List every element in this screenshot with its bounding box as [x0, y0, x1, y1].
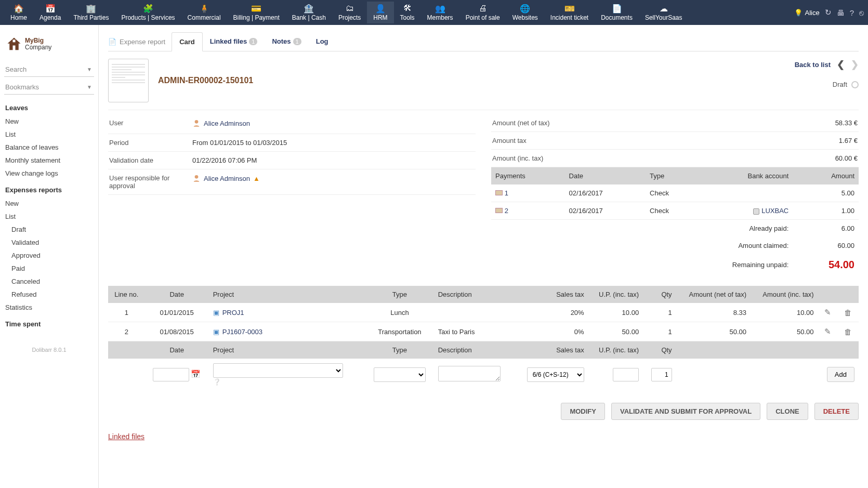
tab-linked-files[interactable]: Linked files1: [203, 32, 265, 51]
topnav-item-tools[interactable]: 🛠Tools: [394, 2, 421, 23]
tab-badge: 1: [293, 38, 301, 45]
new-tax-select[interactable]: 6/6 (C+S-12): [527, 367, 584, 382]
bookmarks-box[interactable]: Bookmarks ▼: [4, 80, 94, 95]
payment-icon: [495, 208, 503, 213]
current-user[interactable]: 💡 Alice: [794, 9, 819, 17]
nav-icon: 👥: [435, 4, 445, 13]
chevron-down-icon: ▼: [87, 84, 92, 90]
topnav-item-home[interactable]: 🏠Home: [4, 2, 33, 23]
topnav-item-projects[interactable]: 🗂Projects: [332, 2, 367, 23]
project-link[interactable]: ▣ PROJ1: [213, 309, 244, 316]
sidebar-item-monthly-statement[interactable]: Monthly statement: [4, 154, 94, 167]
sidebar-item-paid[interactable]: Paid: [4, 262, 94, 275]
nav-icon: 📅: [45, 4, 56, 13]
chevron-down-icon: ▼: [87, 67, 92, 72]
edit-icon[interactable]: ✎: [824, 308, 831, 316]
doc-icon: 📄: [108, 38, 116, 46]
action-buttons: MODIFY VALIDATE AND SUBMIT FOR APPROVAL …: [108, 403, 859, 420]
svg-point-1: [195, 120, 199, 124]
svg-point-2: [195, 175, 199, 179]
status-dot-icon: [851, 81, 859, 88]
search-box[interactable]: Search ▼: [4, 62, 94, 77]
sidebar-item-list[interactable]: List: [4, 128, 94, 141]
logout-icon[interactable]: ⎋: [859, 8, 864, 17]
topnav-item-point-of-sale[interactable]: 🖨Point of sale: [459, 2, 506, 23]
topnav-item-commercial[interactable]: 🧍Commercial: [181, 2, 227, 23]
delete-icon[interactable]: 🗑: [844, 308, 852, 317]
payment-total-row: Amount claimed:60.00: [491, 237, 859, 254]
status-badge: Draft: [795, 81, 859, 88]
user-link[interactable]: Alice Adminson: [192, 119, 250, 127]
edit-icon[interactable]: ✎: [824, 327, 831, 336]
refresh-icon[interactable]: ↻: [825, 8, 832, 17]
sidebar-item-canceled[interactable]: Canceled: [4, 275, 94, 288]
nav-label: Home: [10, 14, 27, 21]
col-payments: Payments: [491, 167, 565, 184]
sidebar-item-list[interactable]: List: [4, 210, 94, 223]
project-icon: ▣: [213, 328, 219, 336]
delete-icon[interactable]: 🗑: [844, 327, 852, 336]
sidebar-item-refused[interactable]: Refused: [4, 288, 94, 301]
nav-icon: 🏠: [14, 4, 24, 13]
delete-button[interactable]: DELETE: [814, 403, 859, 420]
page-crumb: 📄 Expense report: [108, 33, 172, 51]
topnav-item-billing-payment[interactable]: 💳Billing | Payment: [227, 2, 286, 23]
topnav-item-documents[interactable]: 📄Documents: [595, 2, 639, 23]
sidebar-item-new[interactable]: New: [4, 197, 94, 210]
bank-icon: [753, 208, 759, 215]
new-type-select[interactable]: [374, 367, 426, 382]
topnav-item-products-services[interactable]: 🧩Products | Services: [115, 2, 181, 23]
new-qty-input[interactable]: [651, 368, 672, 381]
tab-notes[interactable]: Notes1: [265, 32, 308, 51]
topnav-item-members[interactable]: 👥Members: [421, 2, 459, 23]
prev-record-icon[interactable]: ❮: [837, 59, 845, 70]
clone-button[interactable]: CLONE: [767, 403, 808, 420]
sidebar-item-draft[interactable]: Draft: [4, 223, 94, 236]
help-icon[interactable]: ❔: [213, 378, 221, 386]
topnav-item-third-parties[interactable]: 🏢Third Parties: [67, 2, 115, 23]
modify-button[interactable]: MODIFY: [561, 403, 605, 420]
topnav-item-agenda[interactable]: 📅Agenda: [33, 2, 67, 23]
tab-badge: 1: [249, 38, 257, 45]
help-icon[interactable]: ?: [850, 8, 854, 17]
nav-icon: 🧍: [199, 4, 209, 13]
project-link[interactable]: ▣ PJ1607-0003: [213, 328, 262, 336]
topnav-item-incident-ticket[interactable]: 🎫Incident ticket: [544, 2, 595, 23]
new-desc-input[interactable]: [438, 366, 501, 381]
sidebar-item-balance-of-leaves[interactable]: Balance of leaves: [4, 141, 94, 154]
search-placeholder: Search: [4, 62, 94, 77]
house-icon: [6, 36, 22, 52]
new-date-input[interactable]: [153, 368, 189, 381]
add-line-button[interactable]: Add: [827, 367, 854, 382]
topnav-item-bank-cash[interactable]: 🏦Bank | Cash: [286, 2, 332, 23]
topnav-item-sellyoursaas[interactable]: ☁SellYourSaas: [639, 2, 689, 23]
payment-link[interactable]: 1: [505, 189, 508, 197]
calendar-icon[interactable]: 📅: [191, 370, 201, 378]
sidebar-item-approved[interactable]: Approved: [4, 249, 94, 262]
record-ref: ADMIN-ER00002-150101: [158, 76, 253, 85]
sidebar-section-expenses-reports: Expenses reports: [4, 180, 94, 197]
doc-thumbnail[interactable]: [108, 59, 149, 102]
topnav-item-hrm[interactable]: 👤HRM: [367, 2, 393, 23]
logo[interactable]: MyBigCompany: [4, 31, 94, 60]
new-up-input[interactable]: [613, 368, 639, 381]
sidebar-item-validated[interactable]: Validated: [4, 236, 94, 249]
print-icon[interactable]: 🖶: [837, 8, 845, 17]
sidebar-section-time-spent: Time spent: [4, 314, 94, 331]
nav-label: Members: [427, 14, 453, 21]
new-project-select[interactable]: [213, 363, 343, 378]
user-link[interactable]: Alice Adminson ▲: [192, 174, 260, 182]
back-to-list-link[interactable]: Back to list: [795, 61, 831, 69]
sidebar-item-statistics[interactable]: Statistics: [4, 301, 94, 314]
validate-button[interactable]: VALIDATE AND SUBMIT FOR APPROVAL: [611, 403, 760, 420]
amount-amount-tax: Amount tax1.67 €: [491, 132, 859, 150]
sidebar-item-new[interactable]: New: [4, 115, 94, 128]
sidebar-item-view-change-logs[interactable]: View change logs: [4, 167, 94, 180]
tab-card[interactable]: Card: [172, 32, 203, 51]
nav-icon: 🖨: [479, 4, 487, 13]
bank-link[interactable]: LUXBAC: [761, 207, 788, 215]
tab-log[interactable]: Log: [309, 32, 336, 51]
nav-icon: 🛠: [403, 4, 412, 13]
topnav-item-websites[interactable]: 🌐Websites: [506, 2, 544, 23]
payment-link[interactable]: 2: [505, 207, 508, 215]
